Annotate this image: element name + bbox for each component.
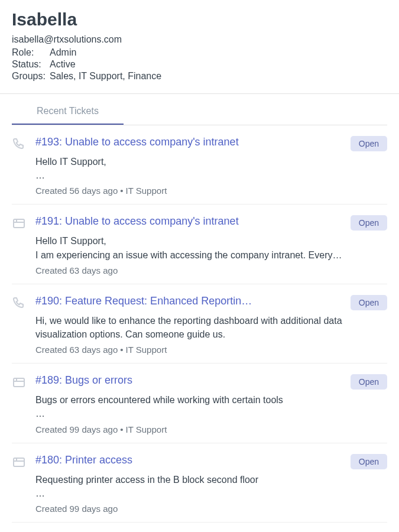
user-groups-row: Groups: Sales, IT Support, Finance: [12, 71, 387, 82]
groups-value: Sales, IT Support, Finance: [50, 71, 161, 82]
ticket-meta: Created 63 days ago•IT Support: [35, 345, 387, 355]
status-value: Active: [50, 59, 76, 70]
role-value: Admin: [50, 47, 76, 58]
ticket-title-link[interactable]: #189: Bugs or errors: [35, 374, 345, 387]
svg-rect-0: [14, 219, 24, 228]
ticket-row: #179: Employee ID: AIS0076Open: [12, 523, 387, 532]
ticket-body: #180: Printer accessOpenRequesting print…: [35, 454, 387, 514]
ticket-group: IT Support: [126, 345, 167, 355]
ticket-body: #190: Feature Request: Enhanced Reportin…: [35, 295, 387, 355]
separator: •: [120, 186, 123, 196]
ticket-description: Bugs or errors encountered while working…: [35, 393, 387, 420]
form-icon: [12, 215, 28, 275]
user-header: Isabella isabella@rtxsolutions.com Role:…: [0, 0, 399, 94]
tab-bar: Recent Tickets: [12, 94, 387, 125]
ticket-description: Requesting printer access in the B block…: [35, 473, 387, 500]
status-badge[interactable]: Open: [351, 136, 387, 151]
ticket-body: #191: Unable to access company's intrane…: [35, 215, 387, 275]
tab-recent-tickets[interactable]: Recent Tickets: [12, 106, 124, 125]
ticket-created: Created 63 days ago: [35, 345, 118, 355]
ticket-created: Created 99 days ago: [35, 504, 118, 514]
svg-rect-6: [14, 458, 24, 466]
user-name: Isabella: [12, 9, 387, 30]
user-status-row: Status: Active: [12, 59, 387, 70]
form-icon: [12, 374, 28, 434]
ticket-created: Created 56 days ago: [35, 186, 118, 196]
ticket-group: IT Support: [126, 186, 167, 196]
ticket-header: #191: Unable to access company's intrane…: [35, 215, 387, 231]
phone-icon: [12, 295, 28, 355]
status-badge[interactable]: Open: [351, 215, 387, 231]
ticket-body: #189: Bugs or errorsOpenBugs or errors e…: [35, 374, 387, 434]
ticket-title-link[interactable]: #180: Printer access: [35, 454, 345, 466]
separator: •: [120, 345, 123, 355]
user-role-row: Role: Admin: [12, 47, 387, 58]
ticket-title-link[interactable]: #190: Feature Request: Enhanced Reportin…: [35, 295, 345, 307]
ticket-header: #189: Bugs or errorsOpen: [35, 374, 387, 390]
ticket-header: #180: Printer accessOpen: [35, 454, 387, 469]
phone-icon: [12, 136, 28, 196]
ticket-description: Hi, we would like to enhance the reporti…: [35, 314, 387, 341]
ticket-description: Hello IT Support,…: [35, 155, 387, 182]
ticket-meta: Created 63 days ago: [35, 265, 387, 275]
status-badge[interactable]: Open: [351, 295, 387, 310]
ticket-row: #189: Bugs or errorsOpenBugs or errors e…: [12, 364, 387, 443]
ticket-created: Created 63 days ago: [35, 265, 118, 275]
user-email: isabella@rtxsolutions.com: [12, 34, 387, 45]
ticket-created: Created 99 days ago: [35, 424, 118, 434]
ticket-row: #190: Feature Request: Enhanced Reportin…: [12, 284, 387, 364]
ticket-title-link[interactable]: #193: Unable to access company's intrane…: [35, 136, 345, 148]
ticket-meta: Created 99 days ago•IT Support: [35, 424, 387, 434]
ticket-row: #191: Unable to access company's intrane…: [12, 205, 387, 284]
ticket-title-link[interactable]: #191: Unable to access company's intrane…: [35, 215, 345, 228]
ticket-meta: Created 56 days ago•IT Support: [35, 186, 387, 196]
form-icon: [12, 454, 28, 514]
ticket-header: #193: Unable to access company's intrane…: [35, 136, 387, 151]
ticket-list: #193: Unable to access company's intrane…: [0, 125, 399, 532]
role-label: Role:: [12, 47, 50, 58]
status-badge[interactable]: Open: [351, 454, 387, 469]
ticket-header: #190: Feature Request: Enhanced Reportin…: [35, 295, 387, 310]
ticket-group: IT Support: [126, 424, 167, 434]
ticket-description: Hello IT Support,I am experiencing an is…: [35, 234, 387, 261]
svg-rect-3: [14, 378, 24, 387]
ticket-row: #180: Printer accessOpenRequesting print…: [12, 443, 387, 523]
ticket-body: #193: Unable to access company's intrane…: [35, 136, 387, 196]
ticket-meta: Created 99 days ago: [35, 504, 387, 514]
status-label: Status:: [12, 59, 50, 70]
separator: •: [120, 424, 123, 434]
groups-label: Groups:: [12, 71, 50, 82]
status-badge[interactable]: Open: [351, 374, 387, 390]
ticket-row: #193: Unable to access company's intrane…: [12, 125, 387, 205]
